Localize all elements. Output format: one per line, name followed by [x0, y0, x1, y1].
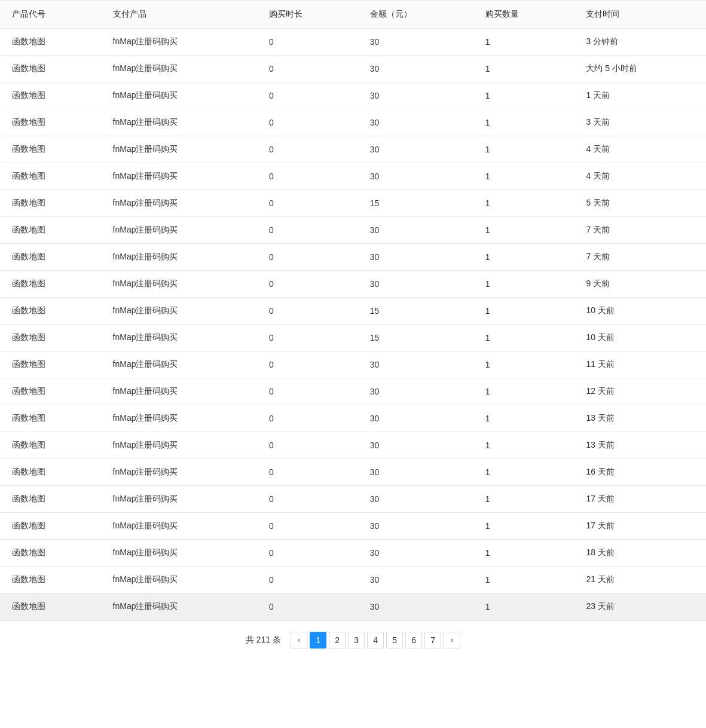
cell-pay_time: 16 天前: [574, 459, 706, 486]
col-product-name: 支付产品: [101, 1, 258, 29]
cell-product_code: 函数地图: [0, 217, 101, 244]
table-row: 函数地图fnMap注册码购买01515 天前: [0, 190, 706, 217]
cell-duration: 0: [257, 540, 358, 567]
cell-product_name: fnMap注册码购买: [101, 136, 258, 163]
cell-product_name: fnMap注册码购买: [101, 244, 258, 271]
cell-amount: 30: [358, 82, 473, 109]
col-duration: 购买时长: [257, 1, 358, 29]
pagination-page-6[interactable]: 6: [405, 632, 422, 649]
cell-product_code: 函数地图: [0, 82, 101, 109]
cell-product_code: 函数地图: [0, 298, 101, 325]
cell-duration: 0: [257, 82, 358, 109]
cell-product_code: 函数地图: [0, 190, 101, 217]
cell-product_code: 函数地图: [0, 594, 101, 620]
cell-product_code: 函数地图: [0, 56, 101, 82]
pagination-next[interactable]: ›: [444, 632, 460, 649]
cell-pay_time: 4 天前: [574, 136, 706, 163]
cell-duration: 0: [257, 271, 358, 298]
cell-quantity: 1: [473, 298, 574, 325]
table-row: 函数地图fnMap注册码购买0301大约 5 小时前: [0, 56, 706, 82]
cell-duration: 0: [257, 56, 358, 82]
table-row: 函数地图fnMap注册码购买03019 天前: [0, 271, 706, 298]
cell-quantity: 1: [473, 217, 574, 244]
cell-amount: 30: [358, 109, 473, 136]
cell-amount: 30: [358, 486, 473, 513]
table-row: 函数地图fnMap注册码购买030117 天前: [0, 513, 706, 540]
table-row: 函数地图fnMap注册码购买030121 天前: [0, 567, 706, 594]
cell-quantity: 1: [473, 325, 574, 351]
cell-amount: 30: [358, 217, 473, 244]
col-amount: 金额（元）: [358, 1, 473, 29]
cell-amount: 30: [358, 513, 473, 540]
pagination-prev[interactable]: ‹: [291, 632, 307, 649]
pagination-page-7[interactable]: 7: [424, 632, 441, 649]
cell-product_code: 函数地图: [0, 109, 101, 136]
cell-pay_time: 1 天前: [574, 82, 706, 109]
cell-pay_time: 9 天前: [574, 271, 706, 298]
cell-amount: 30: [358, 405, 473, 432]
cell-quantity: 1: [473, 56, 574, 82]
table-row: 函数地图fnMap注册码购买015110 天前: [0, 298, 706, 325]
cell-pay_time: 5 天前: [574, 190, 706, 217]
main-container: 产品代号 支付产品 购买时长 金额（元） 购买数量 支付时间 函数地图fnMap…: [0, 0, 706, 728]
cell-duration: 0: [257, 351, 358, 378]
cell-amount: 30: [358, 136, 473, 163]
cell-pay_time: 10 天前: [574, 298, 706, 325]
cell-duration: 0: [257, 244, 358, 271]
cell-product_code: 函数地图: [0, 163, 101, 190]
cell-product_name: fnMap注册码购买: [101, 298, 258, 325]
cell-duration: 0: [257, 432, 358, 459]
cell-product_name: fnMap注册码购买: [101, 217, 258, 244]
cell-amount: 30: [358, 351, 473, 378]
cell-pay_time: 7 天前: [574, 217, 706, 244]
cell-amount: 30: [358, 567, 473, 594]
cell-pay_time: 4 天前: [574, 163, 706, 190]
cell-quantity: 1: [473, 163, 574, 190]
cell-amount: 15: [358, 298, 473, 325]
table-row: 函数地图fnMap注册码购买030117 天前: [0, 486, 706, 513]
cell-product_name: fnMap注册码购买: [101, 486, 258, 513]
cell-duration: 0: [257, 378, 358, 405]
cell-duration: 0: [257, 405, 358, 432]
cell-pay_time: 13 天前: [574, 432, 706, 459]
pagination-total: 共 211 条: [246, 635, 281, 646]
table-row: 函数地图fnMap注册码购买03014 天前: [0, 136, 706, 163]
cell-product_code: 函数地图: [0, 378, 101, 405]
cell-product_code: 函数地图: [0, 351, 101, 378]
cell-product_name: fnMap注册码购买: [101, 405, 258, 432]
cell-duration: 0: [257, 190, 358, 217]
pagination-page-2[interactable]: 2: [329, 632, 346, 649]
cell-pay_time: 23 天前: [574, 594, 706, 620]
cell-duration: 0: [257, 29, 358, 56]
table-row: 函数地图fnMap注册码购买030112 天前: [0, 378, 706, 405]
cell-product_name: fnMap注册码购买: [101, 109, 258, 136]
cell-product_name: fnMap注册码购买: [101, 351, 258, 378]
cell-quantity: 1: [473, 459, 574, 486]
pagination-page-4[interactable]: 4: [367, 632, 384, 649]
pagination-page-5[interactable]: 5: [386, 632, 403, 649]
cell-amount: 30: [358, 540, 473, 567]
cell-quantity: 1: [473, 594, 574, 620]
cell-duration: 0: [257, 594, 358, 620]
cell-product_name: fnMap注册码购买: [101, 271, 258, 298]
cell-amount: 30: [358, 244, 473, 271]
cell-pay_time: 12 天前: [574, 378, 706, 405]
pagination-page-1[interactable]: 1: [310, 632, 326, 649]
cell-amount: 30: [358, 29, 473, 56]
cell-pay_time: 17 天前: [574, 486, 706, 513]
orders-table: 产品代号 支付产品 购买时长 金额（元） 购买数量 支付时间 函数地图fnMap…: [0, 0, 706, 620]
cell-pay_time: 21 天前: [574, 567, 706, 594]
cell-amount: 30: [358, 378, 473, 405]
cell-product_name: fnMap注册码购买: [101, 459, 258, 486]
cell-product_code: 函数地图: [0, 244, 101, 271]
cell-duration: 0: [257, 567, 358, 594]
cell-product_name: fnMap注册码购买: [101, 29, 258, 56]
cell-amount: 15: [358, 190, 473, 217]
table-row: 函数地图fnMap注册码购买03017 天前: [0, 217, 706, 244]
table-row: 函数地图fnMap注册码购买030123 天前: [0, 594, 706, 620]
cell-amount: 30: [358, 432, 473, 459]
pagination-page-3[interactable]: 3: [348, 632, 365, 649]
cell-product_code: 函数地图: [0, 325, 101, 351]
cell-quantity: 1: [473, 109, 574, 136]
cell-amount: 30: [358, 271, 473, 298]
